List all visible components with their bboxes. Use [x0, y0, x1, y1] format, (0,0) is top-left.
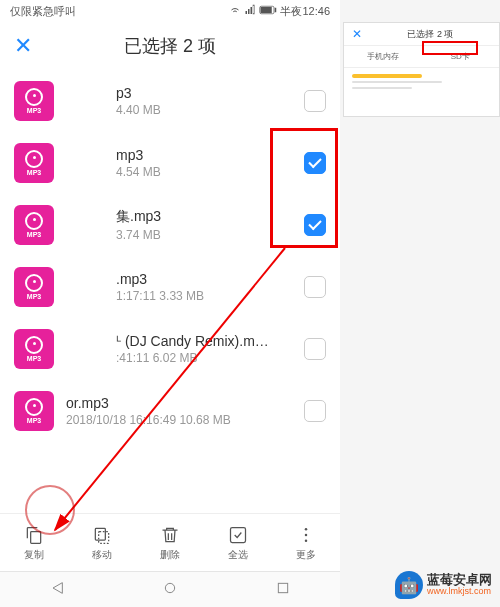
android-nav-bar — [0, 571, 340, 607]
file-meta: :41:11 6.02 MB — [116, 351, 292, 365]
toolbar-label: 更多 — [296, 548, 316, 562]
nav-home-icon[interactable] — [162, 580, 178, 599]
toolbar-label: 移动 — [92, 548, 112, 562]
svg-rect-1 — [248, 9, 250, 14]
file-info: p3 4.40 MB — [116, 85, 292, 117]
status-bar: 仅限紧急呼叫 半夜12:46 — [0, 0, 340, 22]
svg-rect-15 — [279, 583, 288, 592]
delete-button[interactable]: 删除 — [145, 524, 195, 562]
svg-rect-10 — [231, 527, 246, 542]
file-meta: 4.40 MB — [116, 103, 292, 117]
close-icon[interactable]: ✕ — [14, 33, 36, 59]
file-meta: 4.54 MB — [116, 165, 292, 179]
checkbox[interactable] — [304, 276, 326, 298]
file-meta: 1:17:11 3.33 MB — [116, 289, 292, 303]
svg-rect-2 — [251, 7, 253, 14]
checkbox[interactable] — [304, 90, 326, 112]
file-meta: 3.74 MB — [116, 228, 292, 242]
svg-rect-5 — [261, 7, 272, 13]
wifi-icon — [229, 4, 241, 18]
svg-point-14 — [165, 583, 174, 592]
preview-text-line — [352, 81, 442, 83]
file-item[interactable]: MP3 p3 4.40 MB — [14, 70, 326, 132]
status-right: 半夜12:46 — [229, 4, 330, 19]
watermark: 🤖 蓝莓安卓网 www.lmkjst.com — [395, 571, 492, 599]
preview-annotation-box — [422, 41, 478, 55]
signal-icon — [244, 4, 256, 18]
file-item[interactable]: MP3 集.mp3 3.74 MB — [14, 194, 326, 256]
file-info: ᴸ (DJ Candy Remix).m… :41:11 6.02 MB — [116, 333, 292, 365]
copy-button[interactable]: 复制 — [9, 524, 59, 562]
svg-point-11 — [305, 527, 308, 530]
status-left-text: 仅限紧急呼叫 — [10, 4, 76, 19]
preview-tab-phone: 手机内存 — [344, 46, 422, 67]
status-time: 半夜12:46 — [280, 4, 330, 19]
svg-rect-6 — [275, 8, 277, 13]
select-all-button[interactable]: 全选 — [213, 524, 263, 562]
preview-close-icon: ✕ — [352, 27, 362, 41]
trash-icon — [159, 524, 181, 546]
file-item[interactable]: MP3 or.mp3 2018/10/18 16:16:49 10.68 MB — [14, 380, 326, 442]
file-name: 集.mp3 — [116, 208, 292, 226]
watermark-logo-icon: 🤖 — [395, 571, 423, 599]
mp3-icon: MP3 — [14, 329, 54, 369]
file-name: ᴸ (DJ Candy Remix).m… — [116, 333, 292, 349]
svg-point-12 — [305, 533, 308, 536]
nav-recent-icon[interactable] — [275, 580, 291, 599]
more-button[interactable]: 更多 — [281, 524, 331, 562]
file-item[interactable]: MP3 ᴸ (DJ Candy Remix).m… :41:11 6.02 MB — [14, 318, 326, 380]
file-info: or.mp3 2018/10/18 16:16:49 10.68 MB — [66, 395, 292, 427]
file-list: MP3 p3 4.40 MB MP3 mp3 4.54 MB MP3 集.mp3… — [0, 70, 340, 513]
preview-thumbnail: ✕ 已选择 2 项 手机内存 SD卡 › — [343, 22, 500, 117]
checkbox-checked[interactable] — [304, 214, 326, 236]
file-info: .mp3 1:17:11 3.33 MB — [116, 271, 292, 303]
file-name: .mp3 — [116, 271, 292, 287]
page-title: 已选择 2 项 — [36, 34, 304, 58]
checkbox[interactable] — [304, 400, 326, 422]
svg-rect-7 — [31, 531, 41, 543]
more-icon — [295, 524, 317, 546]
bottom-toolbar: 复制 移动 删除 全选 更多 — [0, 513, 340, 571]
file-meta: 2018/10/18 16:16:49 10.68 MB — [66, 413, 292, 427]
file-name: or.mp3 — [66, 395, 292, 411]
toolbar-label: 复制 — [24, 548, 44, 562]
preview-storage-bar — [352, 74, 422, 78]
file-info: 集.mp3 3.74 MB — [116, 208, 292, 242]
file-name: p3 — [116, 85, 292, 101]
checkbox-checked[interactable] — [304, 152, 326, 174]
toolbar-label: 全选 — [228, 548, 248, 562]
file-info: mp3 4.54 MB — [116, 147, 292, 179]
battery-icon — [259, 5, 277, 17]
mp3-icon: MP3 — [14, 205, 54, 245]
move-button[interactable]: 移动 — [77, 524, 127, 562]
nav-back-icon[interactable] — [49, 580, 65, 599]
file-name: mp3 — [116, 147, 292, 163]
mp3-icon: MP3 — [14, 391, 54, 431]
preview-content — [344, 68, 499, 116]
watermark-text: 蓝莓安卓网 www.lmkjst.com — [427, 573, 492, 597]
svg-rect-9 — [95, 528, 105, 540]
phone-screen: 仅限紧急呼叫 半夜12:46 ✕ 已选择 2 项 MP3 p3 4.40 MB — [0, 0, 340, 607]
file-item[interactable]: MP3 .mp3 1:17:11 3.33 MB — [14, 256, 326, 318]
svg-rect-3 — [253, 5, 255, 14]
file-item[interactable]: MP3 mp3 4.54 MB — [14, 132, 326, 194]
copy-icon — [23, 524, 45, 546]
watermark-title: 蓝莓安卓网 — [427, 573, 492, 587]
mp3-icon: MP3 — [14, 143, 54, 183]
toolbar-label: 删除 — [160, 548, 180, 562]
selection-header: ✕ 已选择 2 项 — [0, 22, 340, 70]
svg-rect-8 — [99, 531, 109, 543]
checkbox[interactable] — [304, 338, 326, 360]
preview-title: 已选择 2 项 — [370, 28, 491, 41]
preview-text-line — [352, 87, 412, 89]
mp3-icon: MP3 — [14, 81, 54, 121]
watermark-url: www.lmkjst.com — [427, 587, 492, 597]
select-all-icon — [227, 524, 249, 546]
move-icon — [91, 524, 113, 546]
svg-rect-0 — [246, 11, 248, 14]
mp3-icon: MP3 — [14, 267, 54, 307]
svg-point-13 — [305, 539, 308, 542]
